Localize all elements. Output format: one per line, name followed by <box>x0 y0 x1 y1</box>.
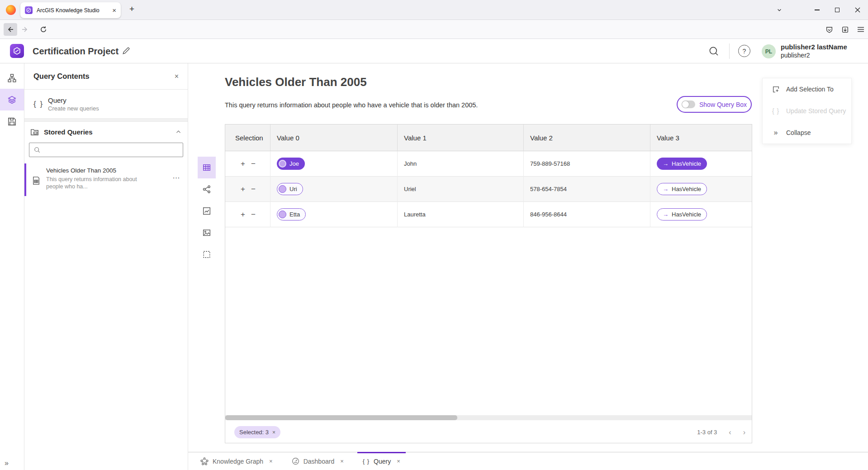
tab-query[interactable]: { } Query × <box>357 452 406 470</box>
entity-dot-icon <box>279 160 286 168</box>
back-button[interactable] <box>4 23 17 36</box>
close-tab-icon[interactable]: × <box>269 458 273 465</box>
column-header[interactable]: Value 2 <box>524 125 650 151</box>
entity-pill[interactable]: Etta <box>277 208 306 221</box>
tab-dashboard[interactable]: Dashboard × <box>286 452 349 470</box>
window-minimize-button[interactable] <box>809 0 825 20</box>
table-row[interactable]: +− Joe John 759-889-57168 →HasVehicle <box>225 151 752 177</box>
cell-value[interactable]: 846-956-8644 <box>524 202 650 227</box>
query-viewer: Vehicles Older Than 2005 This query retu… <box>188 63 868 452</box>
chart-icon[interactable] <box>198 200 216 222</box>
expand-rail-icon[interactable]: » <box>5 459 9 467</box>
menu-item-add-selection-to[interactable]: Add Selection To <box>763 78 851 100</box>
scrollbar-thumb[interactable] <box>225 415 457 420</box>
toggle-switch[interactable] <box>682 101 695 108</box>
tab-knowledge-graph[interactable]: Knowledge Graph × <box>195 452 278 470</box>
new-query-item[interactable]: { } Query Create new queries <box>24 90 188 119</box>
tab-close-icon[interactable]: × <box>112 7 116 14</box>
add-selection-icon[interactable]: + <box>241 185 245 193</box>
cell-value[interactable]: Lauretta <box>398 202 524 227</box>
browser-tab[interactable]: ArcGIS Knowledge Studio × <box>20 2 121 18</box>
entity-pill[interactable]: Joe <box>277 158 305 170</box>
left-rail: » <box>0 63 24 470</box>
panel-close-icon[interactable]: × <box>175 72 179 81</box>
table-view-icon[interactable] <box>198 157 216 178</box>
edit-title-icon[interactable] <box>122 47 130 55</box>
next-page-icon[interactable]: › <box>743 429 745 436</box>
close-tab-icon[interactable]: × <box>340 458 344 465</box>
show-query-box-toggle[interactable]: Show Query Box <box>677 96 752 113</box>
help-icon[interactable]: ? <box>738 45 750 57</box>
pocket-shield-icon[interactable] <box>825 26 833 34</box>
user-menu[interactable]: publisher2 lastName publisher2 <box>781 43 847 59</box>
add-selection-icon[interactable]: + <box>241 211 245 218</box>
stored-query-item[interactable]: Vehicles Older Than 2005 This query retu… <box>24 163 188 196</box>
link-chart-icon[interactable] <box>198 178 216 200</box>
browser-tab-strip: ArcGIS Knowledge Studio × + <box>0 0 868 20</box>
sidebar-item-project[interactable] <box>0 67 24 89</box>
menu-item-collapse[interactable]: » Collapse <box>763 122 851 144</box>
stored-queries-search[interactable] <box>29 143 183 157</box>
braces-icon: { } <box>33 100 48 109</box>
chevron-up-icon[interactable] <box>175 129 181 135</box>
column-header[interactable]: Selection <box>225 125 270 151</box>
select-region-icon[interactable] <box>198 244 216 265</box>
search-icon[interactable] <box>708 46 719 57</box>
search-input[interactable] <box>44 146 178 154</box>
window-maximize-button[interactable] <box>830 0 845 20</box>
remove-selection-icon[interactable]: − <box>251 160 256 168</box>
page-description: This query returns information about peo… <box>225 101 478 109</box>
user-name: publisher2 lastName <box>781 43 847 51</box>
view-toolbar <box>198 157 216 265</box>
library-icon[interactable] <box>841 26 849 34</box>
arrow-icon: → <box>663 211 669 218</box>
sidebar-item-save[interactable] <box>0 110 24 132</box>
stored-queries-header[interactable]: Stored Queries <box>24 122 188 142</box>
stored-query-title: Vehicles Older Than 2005 <box>46 167 181 174</box>
remove-selection-icon[interactable]: − <box>251 211 256 218</box>
map-image-icon[interactable] <box>198 222 216 244</box>
arrow-icon: → <box>663 186 669 192</box>
clear-selection-icon[interactable]: × <box>272 429 275 436</box>
relationship-pill[interactable]: →HasVehicle <box>657 183 707 195</box>
arcgis-favicon-icon <box>25 6 33 14</box>
new-tab-button[interactable]: + <box>129 4 134 14</box>
avatar[interactable]: PL <box>762 44 776 58</box>
tab-title: ArcGIS Knowledge Studio <box>37 7 109 14</box>
remove-selection-icon[interactable]: − <box>251 185 256 193</box>
header-divider <box>729 43 730 59</box>
braces-icon: { } <box>363 458 370 465</box>
horizontal-scrollbar[interactable] <box>225 415 752 420</box>
close-tab-icon[interactable]: × <box>397 458 400 465</box>
query-item-title: Query <box>48 96 99 105</box>
table-row[interactable]: +− Etta Lauretta 846-956-8644 →HasVehicl… <box>225 202 752 227</box>
cell-value[interactable]: 578-654-7854 <box>524 177 650 202</box>
firefox-icon[interactable] <box>6 5 16 15</box>
cell-value[interactable]: John <box>398 151 524 177</box>
menu-item-update-stored-query[interactable]: { } Update Stored Query <box>763 100 851 122</box>
table-row[interactable]: +− Uri Uriel 578-654-7854 →HasVehicle <box>225 177 752 202</box>
folder-icon <box>30 128 39 136</box>
selected-count-chip[interactable]: Selected: 3 × <box>234 426 280 438</box>
relationship-pill[interactable]: →HasVehicle <box>657 208 707 221</box>
menu-icon[interactable] <box>857 26 864 33</box>
results-table: Selection Value 0 Value 1 Value 2 Value … <box>225 124 752 443</box>
item-options-icon[interactable]: … <box>172 172 180 181</box>
reload-button[interactable] <box>40 26 47 33</box>
window-close-button[interactable] <box>850 0 865 20</box>
app-header: Certification Project ? PL publisher2 la… <box>0 39 868 63</box>
prev-page-icon[interactable]: ‹ <box>729 429 731 436</box>
panel-title: Query Contents <box>33 72 90 81</box>
add-selection-icon[interactable]: + <box>241 160 245 168</box>
list-tabs-icon[interactable] <box>772 0 787 20</box>
relationship-pill[interactable]: →HasVehicle <box>657 158 707 170</box>
forward-button[interactable] <box>21 26 28 33</box>
column-header[interactable]: Value 3 <box>650 125 752 151</box>
braces-icon: { } <box>771 107 781 115</box>
column-header[interactable]: Value 0 <box>270 125 398 151</box>
cell-value[interactable]: 759-889-57168 <box>524 151 650 177</box>
entity-pill[interactable]: Uri <box>277 183 303 195</box>
sidebar-item-contents[interactable] <box>0 89 24 110</box>
cell-value[interactable]: Uriel <box>398 177 524 202</box>
column-header[interactable]: Value 1 <box>398 125 524 151</box>
